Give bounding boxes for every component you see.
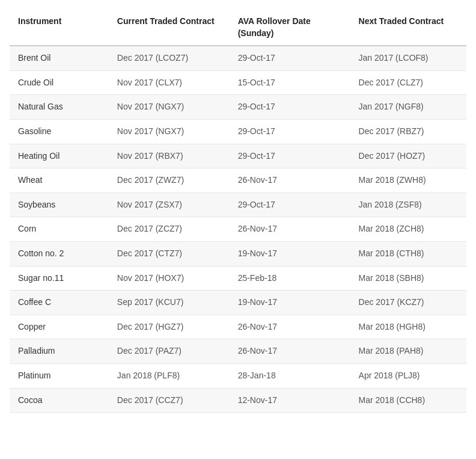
cell-next: Jan 2018 (ZSF8) xyxy=(350,193,466,217)
cell-next: Dec 2017 (CLZ7) xyxy=(350,70,466,95)
cell-current: Nov 2017 (NGX7) xyxy=(109,119,230,144)
cell-next: Mar 2018 (CCH8) xyxy=(350,388,466,413)
cell-current: Dec 2017 (PAZ7) xyxy=(109,339,230,364)
table-row: CopperDec 2017 (HGZ7)26-Nov-17Mar 2018 (… xyxy=(10,315,466,339)
cell-current: Jan 2018 (PLF8) xyxy=(109,363,230,388)
cell-next: Apr 2018 (PLJ8) xyxy=(350,363,466,388)
cell-ava: 26-Nov-17 xyxy=(230,168,350,193)
cell-ava: 26-Nov-17 xyxy=(230,339,350,364)
table-row: Heating OilNov 2017 (RBX7)29-Oct-17Dec 2… xyxy=(10,144,466,168)
cell-ava: 19-Nov-17 xyxy=(230,291,350,315)
cell-next: Mar 2018 (PAH8) xyxy=(350,339,466,364)
cell-ava: 28-Jan-18 xyxy=(230,363,350,388)
cell-instrument: Copper xyxy=(10,315,109,339)
cell-instrument: Palladium xyxy=(10,339,109,364)
table-row: Coffee CSep 2017 (KCU7)19-Nov-17Dec 2017… xyxy=(10,291,466,315)
cell-current: Nov 2017 (NGX7) xyxy=(109,95,230,120)
cell-current: Nov 2017 (CLX7) xyxy=(109,70,230,95)
cell-current: Dec 2017 (ZCZ7) xyxy=(109,217,230,242)
table-row: WheatDec 2017 (ZWZ7)26-Nov-17Mar 2018 (Z… xyxy=(10,168,466,193)
cell-ava: 29-Oct-17 xyxy=(230,144,350,168)
cell-ava: 26-Nov-17 xyxy=(230,217,350,242)
cell-next: Dec 2017 (HOZ7) xyxy=(350,144,466,168)
cell-instrument: Cocoa xyxy=(10,388,109,413)
cell-instrument: Coffee C xyxy=(10,291,109,315)
table-row: PalladiumDec 2017 (PAZ7)26-Nov-17Mar 201… xyxy=(10,339,466,364)
header-next: Next Traded Contract xyxy=(350,10,466,46)
cell-ava: 25-Feb-18 xyxy=(230,266,350,291)
cell-next: Jan 2017 (LCOF8) xyxy=(350,46,466,70)
cell-next: Mar 2018 (ZCH8) xyxy=(350,217,466,242)
cell-ava: 29-Oct-17 xyxy=(230,193,350,217)
header-ava: AVA Rollover Date (Sunday) xyxy=(230,10,350,46)
cell-current: Dec 2017 (CCZ7) xyxy=(109,388,230,413)
cell-current: Dec 2017 (HGZ7) xyxy=(109,315,230,339)
table-row: PlatinumJan 2018 (PLF8)28-Jan-18Apr 2018… xyxy=(10,363,466,388)
cell-ava: 29-Oct-17 xyxy=(230,46,350,70)
cell-instrument: Brent Oil xyxy=(10,46,109,70)
table-row: Natural GasNov 2017 (NGX7)29-Oct-17Jan 2… xyxy=(10,95,466,120)
table-row: Crude OilNov 2017 (CLX7)15-Oct-17Dec 201… xyxy=(10,70,466,95)
cell-ava: 26-Nov-17 xyxy=(230,315,350,339)
cell-instrument: Natural Gas xyxy=(10,95,109,120)
cell-ava: 29-Oct-17 xyxy=(230,119,350,144)
cell-current: Nov 2017 (ZSX7) xyxy=(109,193,230,217)
table-row: SoybeansNov 2017 (ZSX7)29-Oct-17Jan 2018… xyxy=(10,193,466,217)
cell-next: Jan 2017 (NGF8) xyxy=(350,95,466,120)
cell-ava: 19-Nov-17 xyxy=(230,241,350,266)
table-row: CocoaDec 2017 (CCZ7)12-Nov-17Mar 2018 (C… xyxy=(10,388,466,413)
cell-next: Mar 2018 (HGH8) xyxy=(350,315,466,339)
header-current: Current Traded Contract xyxy=(109,10,230,46)
cell-current: Dec 2017 (LCOZ7) xyxy=(109,46,230,70)
cell-next: Mar 2018 (ZWH8) xyxy=(350,168,466,193)
table-row: Cotton no. 2Dec 2017 (CTZ7)19-Nov-17Mar … xyxy=(10,241,466,266)
cell-next: Mar 2018 (CTH8) xyxy=(350,241,466,266)
cell-instrument: Cotton no. 2 xyxy=(10,241,109,266)
table-row: CornDec 2017 (ZCZ7)26-Nov-17Mar 2018 (ZC… xyxy=(10,217,466,242)
table-header-row: Instrument Current Traded Contract AVA R… xyxy=(10,10,466,46)
cell-current: Dec 2017 (CTZ7) xyxy=(109,241,230,266)
cell-next: Mar 2018 (SBH8) xyxy=(350,266,466,291)
header-instrument: Instrument xyxy=(10,10,109,46)
cell-instrument: Sugar no.11 xyxy=(10,266,109,291)
cell-instrument: Soybeans xyxy=(10,193,109,217)
table-row: Brent OilDec 2017 (LCOZ7)29-Oct-17Jan 20… xyxy=(10,46,466,70)
cell-current: Nov 2017 (HOX7) xyxy=(109,266,230,291)
cell-instrument: Crude Oil xyxy=(10,70,109,95)
cell-current: Nov 2017 (RBX7) xyxy=(109,144,230,168)
cell-instrument: Wheat xyxy=(10,168,109,193)
cell-ava: 29-Oct-17 xyxy=(230,95,350,120)
cell-instrument: Heating Oil xyxy=(10,144,109,168)
rollover-table: Instrument Current Traded Contract AVA R… xyxy=(10,10,466,413)
cell-current: Dec 2017 (ZWZ7) xyxy=(109,168,230,193)
cell-next: Dec 2017 (RBZ7) xyxy=(350,119,466,144)
table-row: Sugar no.11Nov 2017 (HOX7)25-Feb-18Mar 2… xyxy=(10,266,466,291)
cell-instrument: Corn xyxy=(10,217,109,242)
cell-instrument: Platinum xyxy=(10,363,109,388)
table-row: GasolineNov 2017 (NGX7)29-Oct-17Dec 2017… xyxy=(10,119,466,144)
cell-ava: 12-Nov-17 xyxy=(230,388,350,413)
cell-next: Dec 2017 (KCZ7) xyxy=(350,291,466,315)
cell-current: Sep 2017 (KCU7) xyxy=(109,291,230,315)
cell-ava: 15-Oct-17 xyxy=(230,70,350,95)
cell-instrument: Gasoline xyxy=(10,119,109,144)
